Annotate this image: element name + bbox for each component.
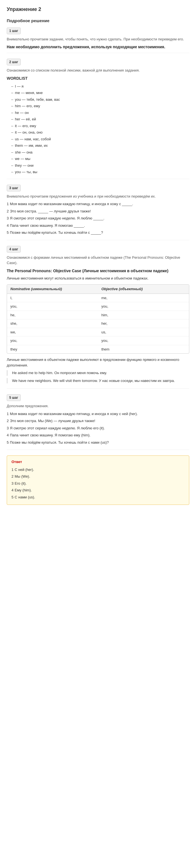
list-item: 5Позже мы пойдём купаться. Ты хочешь пой… xyxy=(7,230,189,236)
table-row: you, you, xyxy=(7,337,189,345)
list-item: me — меня, мне xyxy=(7,90,189,96)
nominative-cell: you, xyxy=(7,302,98,311)
list-item: 3Я смотрю этот сериал каждую неделю. Я л… xyxy=(7,426,189,431)
step-1-badge: 1 шаг xyxy=(7,28,21,34)
list-item: 4Папа чинит свою машину. Я помогаю ему (… xyxy=(7,432,189,438)
step-5-block: 5 шаг Дополним предложения. 1Моя мама хо… xyxy=(7,394,189,450)
objective-cell: her, xyxy=(98,319,189,328)
step-3-sentences: 1Моя мама ходит по магазинам каждую пятн… xyxy=(7,201,189,236)
page-title: Упражнение 2 xyxy=(7,6,189,13)
nominative-cell: he, xyxy=(7,311,98,319)
list-item: 2Мы (We). xyxy=(11,474,185,479)
table-row: I, me, xyxy=(7,294,189,303)
list-item: 1С ней (her). xyxy=(11,467,185,473)
list-item: 1Моя мама ходит по магазинам каждую пятн… xyxy=(7,411,189,417)
step-5-sentences: 1Моя мама ходит по магазинам каждую пятн… xyxy=(7,411,189,445)
objective-cell: you, xyxy=(98,302,189,311)
list-item: 5Позже мы пойдём купаться. Ты хочешь пой… xyxy=(7,440,189,445)
example-1: He asked me to help him. Он попросил мен… xyxy=(7,370,189,376)
answer-list: 1С ней (her). 2Мы (We). 3Его (it). 4Ему … xyxy=(11,467,185,500)
step-4-badge: 4 шаг xyxy=(7,246,21,253)
list-item: 1Моя мама ходит по магазинам каждую пятн… xyxy=(7,201,189,207)
objective-cell: them xyxy=(98,345,189,353)
list-item: 2Это моя сестра. Мы (We) — лучшие друзья… xyxy=(7,418,189,424)
table-row: he, him, xyxy=(7,311,189,320)
list-item: you — ты, вы xyxy=(7,169,189,175)
step-1-bold: Нам необходимо дополнить предложения, ис… xyxy=(7,44,189,50)
table-row: we, us, xyxy=(7,328,189,337)
list-item: they — они xyxy=(7,163,189,168)
table-note: Личные местоимения могут использоваться … xyxy=(7,276,189,281)
answer-title: Ответ xyxy=(11,459,185,465)
list-item: 3Я смотрю этот сериал каждую неделю. Я л… xyxy=(7,216,189,221)
step-1-description: Внимательно прочитаем задание, чтобы пон… xyxy=(7,36,189,42)
step-2-badge: 2 шаг xyxy=(7,59,21,65)
col2-header: Objective (объектный) xyxy=(98,285,189,293)
step-2-block: 2 шаг Ознакомимся со списком полезной ле… xyxy=(7,59,189,179)
list-item: him — его, ему xyxy=(7,103,189,109)
step-1-block: 1 шаг Внимательно прочитаем задание, что… xyxy=(7,28,189,53)
list-item: he — он xyxy=(7,110,189,116)
list-item: us — нам, нас, собой xyxy=(7,136,189,142)
step-3-block: 3 шаг Внимательно прочитаем предложения … xyxy=(7,185,189,240)
list-item: 3Его (it). xyxy=(11,481,185,486)
list-item: it — он, она, оно xyxy=(7,130,189,135)
list-item: she — она xyxy=(7,150,189,155)
pronouns-table: Nominative (именительный) Objective (объ… xyxy=(7,284,189,353)
wordlist: I — я me — меня, мне you — тебя, тебе, в… xyxy=(7,84,189,175)
col1-header: Nominative (именительный) xyxy=(7,285,98,293)
table-row: she, her, xyxy=(7,319,189,328)
table-header: Nominative (именительный) Objective (объ… xyxy=(7,285,189,294)
nominative-cell: we, xyxy=(7,328,98,337)
step-5-description: Дополним предложения. xyxy=(7,403,189,409)
list-item: them — им, ими, их xyxy=(7,143,189,149)
objective-cell: you, xyxy=(98,337,189,345)
step-2-description: Ознакомимся со списком полезной лексики,… xyxy=(7,68,189,73)
nominative-cell: she, xyxy=(7,319,98,328)
example-2: We have new neighbors. We will visit the… xyxy=(7,378,189,384)
objective-cell: us, xyxy=(98,328,189,337)
step-5-badge: 5 шаг xyxy=(7,394,21,401)
list-item: 2Это моя сестра. _____ — лучшие друзья т… xyxy=(7,209,189,214)
table-row: they them xyxy=(7,345,189,353)
list-item: 4Папа чинит свою машину. Я помогаю _____… xyxy=(7,223,189,228)
list-item: 4Ему (him). xyxy=(11,488,185,493)
table-title: The Personal Pronouns: Objective Case (Л… xyxy=(7,268,189,274)
step-3-badge: 3 шаг xyxy=(7,185,21,191)
step-4-description: Ознакомимся с формами личных местоимений… xyxy=(7,255,189,266)
nominative-cell: they xyxy=(7,345,98,353)
table-row: you, you, xyxy=(7,302,189,311)
list-item: 5С нами (us). xyxy=(11,494,185,500)
list-item: I — я xyxy=(7,84,189,89)
step-4-block: 4 шаг Ознакомимся с формами личных место… xyxy=(7,246,189,389)
answer-block: Ответ 1С ней (her). 2Мы (We). 3Его (it).… xyxy=(7,456,189,505)
list-item: her — её, ей xyxy=(7,117,189,122)
list-item: we — мы xyxy=(7,156,189,162)
nominative-cell: you, xyxy=(7,337,98,345)
list-item: it — его, ему xyxy=(7,123,189,129)
objective-cell: me, xyxy=(98,294,189,302)
section-subtitle: Подробное решение xyxy=(7,18,189,24)
wordlist-title: WORDLIST xyxy=(7,75,189,82)
nominative-cell: I, xyxy=(7,294,98,302)
objective-cell: him, xyxy=(98,311,189,319)
list-item: you — тебя, тебе, вам, вас xyxy=(7,97,189,102)
step-3-description: Внимательно прочитаем предложения из уче… xyxy=(7,194,189,199)
function-note: Личные местоимения в объектном падеже вы… xyxy=(7,357,189,368)
